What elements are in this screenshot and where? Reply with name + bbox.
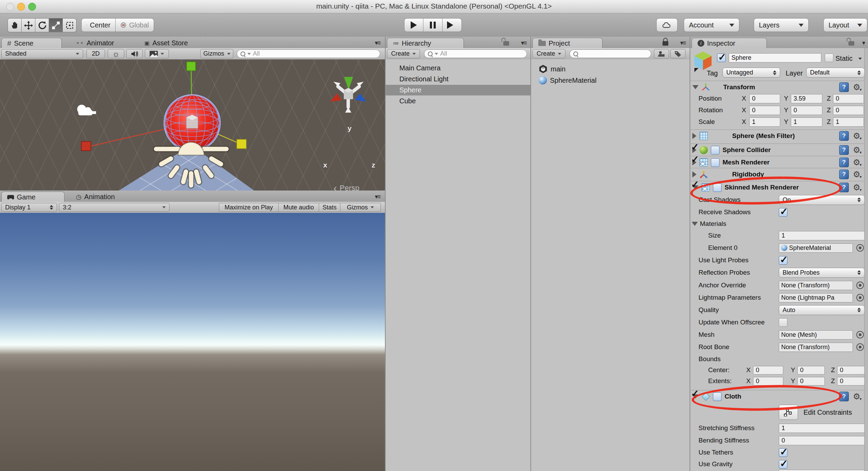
use-light-probes-checkbox[interactable]: [779, 256, 787, 265]
hierarchy-search-input[interactable]: All: [424, 49, 527, 58]
scene-effects-dropdown[interactable]: [145, 49, 169, 58]
position-x-field[interactable]: 0: [749, 94, 780, 103]
bounds-center-z-field[interactable]: 0: [837, 366, 865, 375]
mesh-renderer-enabled-checkbox[interactable]: [711, 158, 719, 167]
scene-audio-button[interactable]: [126, 49, 143, 58]
scene-gizmos-dropdown[interactable]: Gizmos: [200, 49, 233, 58]
smr-enabled-checkbox[interactable]: [713, 183, 722, 192]
bounds-center-x-field[interactable]: 0: [753, 366, 783, 375]
hierarchy-create-dropdown[interactable]: Create: [387, 49, 420, 58]
help-icon[interactable]: ?: [839, 170, 849, 179]
project-panel-menu-icon[interactable]: ▾≡: [680, 39, 685, 47]
lock-icon[interactable]: [848, 41, 854, 46]
tag-dropdown[interactable]: Untagged: [723, 68, 780, 78]
tab-animator[interactable]: ⚬⚬ Animator: [70, 38, 120, 48]
quality-dropdown[interactable]: Auto: [779, 305, 865, 315]
layers-dropdown[interactable]: Layers: [754, 18, 809, 32]
layer-dropdown[interactable]: Default: [806, 68, 865, 78]
scale-handle-y[interactable]: [187, 62, 196, 71]
project-create-dropdown[interactable]: Create: [532, 49, 565, 58]
bounds-extents-x-field[interactable]: 0: [753, 377, 783, 386]
foldout-icon[interactable]: [692, 133, 696, 139]
static-checkbox[interactable]: [825, 54, 833, 62]
gizmo-y-cone[interactable]: [344, 77, 353, 90]
maximize-on-play-button[interactable]: Maximize on Play: [219, 203, 279, 212]
tab-scene[interactable]: # Scene: [1, 38, 62, 48]
static-dropdown-icon[interactable]: [858, 58, 862, 60]
cloud-services-button[interactable]: [656, 18, 678, 32]
shading-mode-dropdown[interactable]: Shaded: [1, 49, 83, 58]
foldout-icon[interactable]: [692, 222, 698, 226]
object-picker-icon[interactable]: [856, 331, 864, 338]
component-mesh-renderer[interactable]: Mesh Renderer ? ⚙: [690, 156, 868, 169]
component-sphere-collider[interactable]: Sphere Collider ? ⚙: [690, 143, 868, 156]
toggle-2d-button[interactable]: 2D: [86, 49, 105, 58]
cast-shadows-dropdown[interactable]: On: [779, 195, 865, 205]
project-favorites-button[interactable]: [654, 49, 669, 58]
pan-tool-button[interactable]: [8, 18, 22, 32]
pivot-mode-button[interactable]: Center: [81, 18, 116, 32]
position-z-field[interactable]: 0: [833, 94, 864, 103]
hierarchy-item-directional-light[interactable]: Directional Light: [386, 74, 530, 84]
element0-object-field[interactable]: SphereMaterial: [779, 243, 853, 253]
tab-inspector[interactable]: i Inspector: [692, 38, 767, 48]
scale-y-field[interactable]: 1: [791, 117, 822, 127]
play-button[interactable]: [404, 18, 423, 32]
scale-handle-center[interactable]: [186, 115, 198, 128]
gameobject-name-field[interactable]: Sphere: [729, 53, 821, 62]
materials-size-field[interactable]: 1: [779, 231, 865, 240]
gear-icon[interactable]: ⚙: [853, 183, 863, 192]
hierarchy-item-cube[interactable]: Cube: [386, 96, 530, 106]
foldout-icon[interactable]: [692, 85, 699, 89]
step-button[interactable]: [443, 18, 462, 32]
tab-hierarchy[interactable]: ≔ Hierarchy: [387, 38, 464, 48]
gear-icon[interactable]: ⚙: [853, 145, 863, 155]
lightmap-parameters-object-field[interactable]: None (Lightmap Pa: [779, 293, 853, 302]
component-mesh-filter[interactable]: Sphere (Mesh Filter) ? ⚙: [690, 129, 868, 142]
pause-button[interactable]: [423, 18, 443, 32]
aspect-ratio-dropdown[interactable]: 3:2: [59, 203, 169, 212]
receive-shadows-checkbox[interactable]: [779, 208, 787, 217]
gear-icon[interactable]: ⚙: [853, 392, 863, 401]
use-tethers-checkbox[interactable]: [779, 448, 787, 457]
update-when-offscreen-checkbox[interactable]: [779, 318, 787, 327]
hierarchy-item-main-camera[interactable]: Main Camera: [386, 63, 530, 73]
project-labels-button[interactable]: [670, 49, 685, 58]
scale-tool-button[interactable]: [49, 18, 63, 32]
help-icon[interactable]: ?: [839, 131, 849, 141]
materials-foldout-row[interactable]: Materials: [690, 218, 868, 230]
bounds-center-y-field[interactable]: 0: [797, 366, 825, 375]
hierarchy-panel-menu-icon[interactable]: ▾≡: [521, 39, 526, 47]
reflection-probes-dropdown[interactable]: Blend Probes: [779, 268, 865, 278]
gizmo-x-cone[interactable]: [330, 93, 342, 102]
stats-button[interactable]: Stats: [319, 203, 340, 212]
scale-handle-x[interactable]: [81, 141, 91, 151]
component-cloth[interactable]: Cloth ? ⚙: [690, 390, 868, 403]
display-dropdown[interactable]: Display 1: [1, 203, 57, 212]
account-dropdown[interactable]: Account: [684, 18, 739, 32]
orientation-mode-button[interactable]: Global: [116, 18, 154, 32]
scene-panel-menu-icon[interactable]: ▾≡: [375, 39, 380, 47]
mute-audio-button[interactable]: Mute audio: [279, 203, 319, 212]
rotation-y-field[interactable]: 0: [791, 106, 822, 115]
scene-lighting-button[interactable]: ☼: [108, 49, 124, 58]
orientation-gizmo[interactable]: [330, 77, 366, 113]
bounds-extents-y-field[interactable]: 0: [797, 377, 825, 386]
project-item-main-scene[interactable]: main: [531, 64, 690, 74]
scale-x-field[interactable]: 1: [749, 117, 780, 127]
help-icon[interactable]: ?: [839, 82, 849, 92]
gameobject-active-checkbox[interactable]: [717, 54, 726, 62]
object-picker-icon[interactable]: [856, 244, 864, 252]
tab-project[interactable]: Project: [532, 38, 602, 48]
cloth-enabled-checkbox[interactable]: [713, 392, 722, 401]
bending-stiffness-field[interactable]: 0: [779, 436, 865, 445]
scale-z-field[interactable]: 1: [833, 117, 864, 127]
perspective-toggle[interactable]: ‹ Persp: [333, 184, 359, 191]
tab-asset-store[interactable]: ▣ Asset Store: [139, 38, 193, 48]
layout-dropdown[interactable]: Layout: [823, 18, 867, 32]
root-bone-object-field[interactable]: None (Transform): [779, 343, 853, 352]
inspector-scrollbar[interactable]: [864, 48, 868, 471]
lock-icon[interactable]: [503, 41, 509, 46]
game-panel-menu-icon[interactable]: ▾≡: [375, 193, 380, 200]
component-transform[interactable]: Transform ? ⚙: [690, 81, 868, 93]
